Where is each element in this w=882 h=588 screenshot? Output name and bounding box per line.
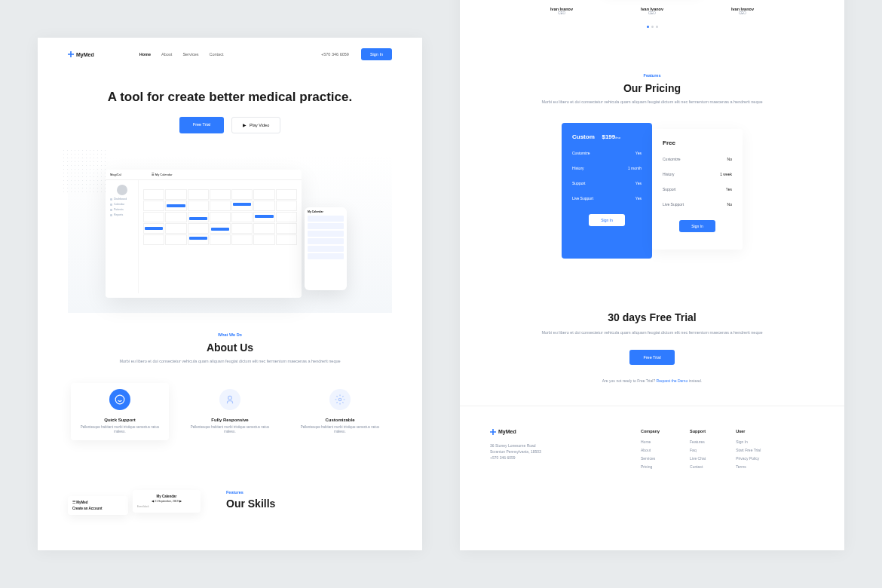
landing-page-top: MyMed Home About Services Contact +570 3… [38, 38, 422, 550]
free-signin-button[interactable]: Sign In [679, 220, 715, 232]
skills-title: Our Skills [226, 498, 392, 510]
dots-decoration [62, 149, 107, 194]
pricing-title: Our Pricing [490, 82, 814, 94]
avatar [117, 185, 127, 195]
skills-eyebrow: Features [226, 490, 392, 495]
svg-point-2 [338, 398, 341, 401]
user-icon [219, 389, 240, 410]
free-trial-button[interactable]: Free Trial [179, 117, 224, 133]
smile-icon [109, 389, 130, 410]
header: MyMed Home About Services Contact +570 3… [38, 38, 422, 71]
play-icon: ▶ [243, 123, 247, 127]
svg-point-0 [115, 395, 124, 404]
footer-col-support: Support Features Faq Live Chat Contact [690, 429, 706, 473]
signin-button[interactable]: Sign In [361, 48, 392, 60]
hero-title: A tool for create better medical practic… [68, 89, 392, 105]
trial-button[interactable]: Free Trial [629, 350, 674, 365]
footer-col-company: Company Home About Services Pricing [641, 429, 660, 473]
nav: Home About Services Contact [139, 52, 224, 57]
skills-section: ☰ MyMed Create an Account My Calendar ◀ … [38, 460, 422, 550]
calendar-grid [143, 189, 297, 245]
plus-icon [490, 429, 496, 435]
brand-name: MyMed [76, 52, 94, 57]
trial-note: Are you not ready to Free Trial? Request… [490, 378, 814, 383]
skill-card-account: ☰ MyMed Create an Account [68, 496, 128, 515]
phone-mockup: My Calendar [305, 207, 347, 290]
hero: A tool for create better medical practic… [38, 71, 422, 141]
gear-icon [329, 389, 351, 410]
footer: MyMed 36 Stoney Lonesome Road Scranton P… [460, 406, 844, 495]
nav-about[interactable]: About [161, 52, 172, 57]
skill-card-calendar: My Calendar ◀ 21 September, 2019 ▶ Event… [133, 490, 201, 513]
about-section: What We Do About Us Morbi eu libero et d… [38, 313, 422, 460]
footer-col-user: User Sign In Start Free Trial Privacy Po… [736, 429, 761, 473]
landing-page-bottom: lorem ipsum dolor sit amet consectetur l… [460, 0, 844, 550]
trial-section: 30 days Free Trial Morbi eu libero et du… [460, 289, 844, 405]
svg-point-1 [228, 396, 232, 400]
feature-card-responsive[interactable]: Fully Responsive Pellentesque habitant m… [181, 383, 279, 441]
carousel-dots[interactable] [490, 26, 814, 28]
trial-title: 30 days Free Trial [490, 311, 814, 323]
feature-card-support[interactable]: Quick Support Pellentesque habitant morb… [71, 383, 169, 441]
nav-services[interactable]: Services [182, 52, 198, 57]
request-demo-link[interactable]: Request the Demo [657, 378, 688, 383]
nav-home[interactable]: Home [139, 52, 151, 57]
laptop-mockup: MagiCal☰ My Calendar Dashboard Calendar … [106, 170, 302, 298]
about-desc: Morbi eu libero et dui consectetur vehic… [117, 358, 343, 364]
testimonials-section: lorem ipsum dolor sit amet consectetur l… [460, 0, 844, 43]
feature-card-customizable[interactable]: Customizable Pellentesque habitant morbi… [291, 383, 389, 441]
about-title: About Us [68, 341, 392, 354]
about-eyebrow: What We Do [68, 332, 392, 337]
pricing-card-custom[interactable]: Custom $199/mo CustomizeYes History1 mon… [562, 123, 652, 259]
custom-signin-button[interactable]: Sign In [589, 214, 625, 226]
pricing-card-free[interactable]: Free CustomizeNo History1 week SupportYe… [652, 129, 743, 250]
nav-contact[interactable]: Contact [209, 52, 223, 57]
pricing-section: Features Our Pricing Morbi eu libero et … [460, 43, 844, 289]
phone-number: +570 346 6059 [321, 52, 349, 57]
footer-logo[interactable]: MyMed [490, 429, 596, 435]
plus-icon [68, 51, 74, 57]
product-mockup: MagiCal☰ My Calendar Dashboard Calendar … [68, 155, 392, 313]
logo[interactable]: MyMed [68, 51, 94, 57]
footer-address: 36 Stoney Lonesome Road Scranton Pennsyl… [490, 443, 596, 461]
play-video-button[interactable]: ▶Play Video [231, 117, 280, 133]
